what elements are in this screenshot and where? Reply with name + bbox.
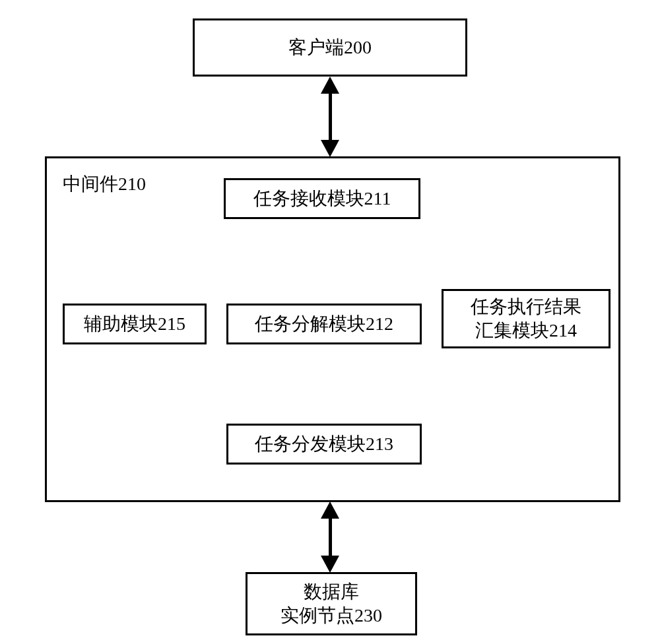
auxiliary-module-label: 辅助模块215 (84, 312, 185, 336)
arrow-client-middleware (321, 77, 339, 157)
task-dispatch-module-box: 任务分发模块213 (226, 424, 422, 465)
task-result-collect-module-box: 任务执行结果 汇集模块214 (442, 289, 610, 348)
task-decompose-module-label: 任务分解模块212 (255, 312, 393, 336)
arrow-middleware-database (321, 501, 339, 573)
arrow-head-down-icon (321, 140, 339, 157)
arrow-line (329, 519, 332, 556)
middleware-label: 中间件210 (63, 172, 146, 197)
task-decompose-module-box: 任务分解模块212 (226, 304, 422, 344)
database-box: 数据库 实例节点230 (246, 572, 417, 635)
task-receive-module-box: 任务接收模块211 (224, 178, 420, 219)
auxiliary-module-box: 辅助模块215 (63, 304, 207, 344)
arrow-head-up-icon (321, 501, 339, 519)
arrow-line (329, 94, 332, 140)
task-result-collect-module-label: 任务执行结果 汇集模块214 (471, 295, 581, 343)
client-label: 客户端200 (288, 36, 372, 59)
client-box: 客户端200 (193, 18, 467, 77)
arrow-head-up-icon (321, 77, 339, 94)
task-receive-module-label: 任务接收模块211 (253, 187, 391, 210)
task-dispatch-module-label: 任务分发模块213 (255, 432, 393, 456)
arrow-head-down-icon (321, 556, 339, 573)
database-label: 数据库 实例节点230 (280, 580, 382, 628)
middleware-container: 中间件210 任务接收模块211 辅助模块215 任务分解模块212 任务执行结… (45, 156, 620, 502)
